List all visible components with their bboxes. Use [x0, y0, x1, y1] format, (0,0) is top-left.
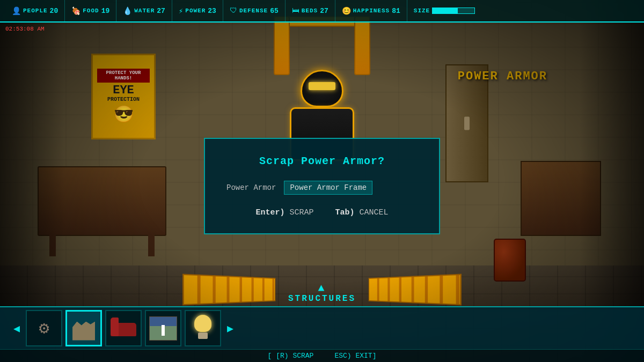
structures-arrow: ▲	[3, 283, 641, 294]
scrap-key: Enter)	[255, 208, 284, 217]
hud-happiness: 😊 HAPPINESS 81	[335, 0, 407, 21]
locker-handle	[464, 117, 470, 130]
people-label: PEOPLE	[23, 8, 48, 14]
water-label: WATER	[134, 8, 155, 14]
lightbulb-icon	[193, 315, 213, 342]
poster-top-text: PROTECT YOUR HANDS!	[97, 69, 150, 83]
power-armor-wall-label: POWER ARMOR	[458, 70, 547, 83]
poster-face-icon: 😎	[114, 105, 134, 124]
beds-value: 27	[320, 7, 328, 15]
people-icon: 👤	[12, 6, 21, 16]
barrel	[494, 239, 526, 282]
item-slot-sofa[interactable]	[105, 310, 142, 346]
poster-sub-text: PROTECTION	[107, 97, 140, 102]
dialog-field-row: Power Armor Power Armor Frame	[226, 181, 418, 195]
power-label: POWER	[185, 8, 206, 14]
crane-right-arm	[354, 16, 370, 75]
poster-eye-text: EYE	[113, 85, 134, 97]
size-fill	[433, 8, 458, 13]
dialog-field-value: Power Armor Frame	[284, 181, 372, 195]
dialog-cancel-action[interactable]: Tab) CANCEL	[335, 208, 389, 217]
water-value: 27	[157, 7, 165, 15]
armor-head	[301, 70, 343, 107]
dialog-actions: Enter) SCRAP Tab) CANCEL	[226, 208, 418, 217]
bottom-exit-label[interactable]: ESC) EXIT]	[334, 352, 376, 360]
happiness-value: 81	[392, 7, 400, 15]
eye-protection-poster: PROTECT YOUR HANDS! EYE PROTECTION 😎	[91, 54, 156, 139]
beds-label: BEDS	[302, 8, 318, 14]
defense-value: 65	[270, 7, 279, 15]
ruins-icon	[70, 316, 98, 341]
happiness-label: HAPPINESS	[353, 8, 390, 14]
dialog-field-label: Power Armor	[226, 183, 276, 192]
crane-left-arm	[274, 16, 290, 75]
gear-icon: ⚙	[39, 317, 49, 339]
table-leg-right	[148, 235, 155, 256]
hud-size: SIZE	[407, 0, 481, 21]
bottom-actions-bar: [ [R) SCRAP ESC) EXIT]	[0, 349, 644, 362]
size-bar	[432, 8, 475, 14]
timestamp: 02:53:08 AM	[5, 26, 45, 32]
water-icon: 💧	[123, 6, 132, 16]
food-value: 19	[101, 7, 110, 15]
hud-beds: 🛏 BEDS 27	[286, 0, 335, 21]
scrap-bracket-open: [	[268, 352, 272, 360]
item-slot-ruins[interactable]	[65, 310, 102, 346]
cancel-action-label: CANCEL	[360, 208, 389, 217]
item-slot-gear[interactable]: ⚙	[26, 310, 62, 346]
carousel-right-arrow[interactable]: ▶	[224, 322, 236, 335]
happiness-icon: 😊	[342, 6, 351, 16]
size-label: SIZE	[414, 8, 430, 14]
power-value: 23	[208, 7, 216, 15]
bottom-scrap-label[interactable]: [R) SCRAP	[276, 352, 313, 360]
food-label: FOOD	[83, 8, 99, 14]
item-slot-lightbulb[interactable]	[185, 310, 221, 346]
armor-eyes	[309, 82, 335, 90]
hud-people: 👤 PEOPLE 20	[5, 0, 65, 21]
painting-icon	[149, 316, 177, 341]
sofa-icon	[109, 317, 137, 339]
defense-label: DEFENSE	[239, 8, 268, 14]
scrap-dialog: Scrap Power Armor? Power Armor Power Arm…	[204, 138, 440, 234]
hud-defense: 🛡 DEFENSE 65	[223, 0, 286, 21]
hud-water: 💧 WATER 27	[116, 0, 172, 21]
power-icon: ⚡	[179, 6, 183, 16]
cancel-key: Tab)	[335, 208, 355, 217]
people-value: 20	[50, 7, 58, 15]
hud-bar: 👤 PEOPLE 20 🍖 FOOD 19 💧 WATER 27 ⚡ POWER…	[0, 0, 644, 23]
food-icon: 🍖	[71, 6, 80, 16]
item-slot-painting[interactable]	[145, 310, 181, 346]
defense-icon: 🛡	[230, 6, 237, 15]
dialog-scrap-action[interactable]: Enter) SCRAP	[255, 208, 313, 217]
carousel-left-arrow[interactable]: ◀	[11, 322, 23, 335]
beds-icon: 🛏	[292, 6, 299, 15]
hud-food: 🍖 FOOD 19	[65, 0, 116, 21]
safety-poster: PROTECT YOUR HANDS! EYE PROTECTION 😎	[91, 54, 156, 139]
dialog-title: Scrap Power Armor?	[226, 155, 418, 167]
item-carousel: ◀ ⚙ ▶	[0, 306, 644, 349]
scrap-action-label: SCRAP	[289, 208, 313, 217]
structures-label: ▲ STRUCTURES	[0, 280, 644, 306]
bottom-bar: ▲ STRUCTURES ◀ ⚙ ▶ [ [R) SCRAP ESC) EXIT…	[0, 280, 644, 362]
hud-power: ⚡ POWER 23	[172, 0, 223, 21]
